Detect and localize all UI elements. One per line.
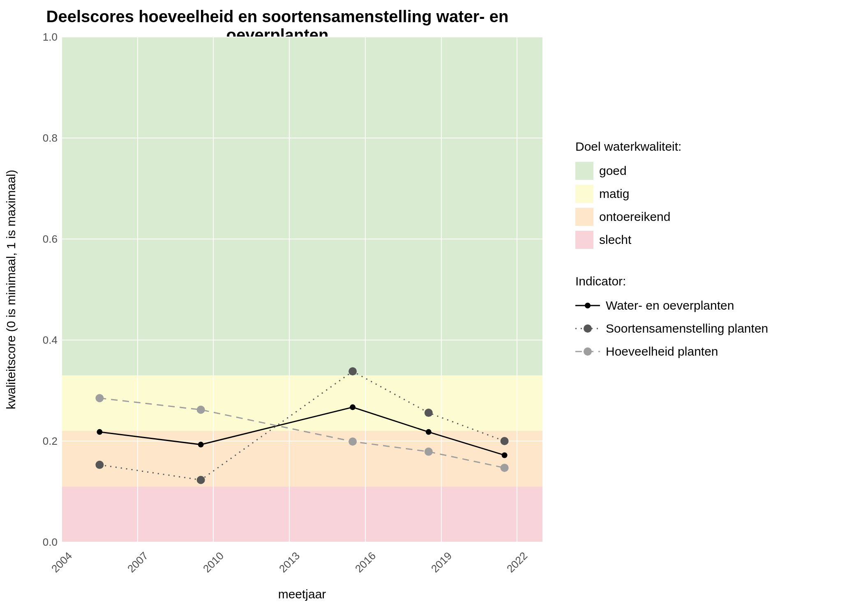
series-point xyxy=(502,452,508,458)
y-axis-title: kwaliteitscore (0 is minimaal, 1 is maxi… xyxy=(4,170,18,409)
series-point xyxy=(501,437,509,445)
legend-series-row: Water- en oeverplanten xyxy=(575,297,842,315)
legend-bands-items: goedmatigontoereikendslecht xyxy=(575,162,842,249)
legend-series-items: Water- en oeverplantenSoortensamenstelli… xyxy=(575,297,842,361)
legend-band-row: slecht xyxy=(575,231,842,249)
y-tick-label: 1.0 xyxy=(25,31,58,44)
y-tick-label: 0.6 xyxy=(25,233,58,246)
legend-bands-title: Doel waterkwaliteit: xyxy=(575,140,842,154)
legend-line-sample xyxy=(575,342,600,361)
svg-point-1 xyxy=(585,303,591,308)
series-point xyxy=(197,406,205,414)
series-point xyxy=(95,461,104,469)
legend-swatch xyxy=(575,208,593,226)
series-line xyxy=(99,407,504,455)
y-tick-label: 0.4 xyxy=(25,334,58,347)
legend-swatch xyxy=(575,231,593,249)
x-tick-label: 2013 xyxy=(270,549,302,582)
svg-point-3 xyxy=(584,324,592,333)
legend-band-row: goed xyxy=(575,162,842,180)
legend-series-label: Hoeveelheid planten xyxy=(606,345,718,359)
legend-band-row: ontoereikend xyxy=(575,208,842,226)
x-tick-label: 2016 xyxy=(346,549,378,582)
legend-indicator-title: Indicator: xyxy=(575,274,842,288)
series-point xyxy=(97,429,102,435)
chart-root: Deelscores hoeveelheid en soortensamenst… xyxy=(0,0,863,616)
legend-band-label: matig xyxy=(599,187,629,201)
legend-series-row: Hoeveelheid planten xyxy=(575,342,842,361)
series-point xyxy=(198,442,204,448)
x-axis-title: meetjaar xyxy=(62,587,542,601)
series-point xyxy=(426,429,432,435)
legend-series-label: Water- en oeverplanten xyxy=(606,299,734,313)
legend: Doel waterkwaliteit: goedmatigontoereike… xyxy=(575,140,842,365)
y-tick-label: 0.2 xyxy=(25,435,58,448)
legend-line-sample xyxy=(575,297,600,315)
x-tick-label: 2019 xyxy=(422,549,454,582)
y-tick-label: 0.8 xyxy=(25,132,58,145)
legend-series-row: Soortensamenstelling planten xyxy=(575,319,842,338)
x-tick-label: 2022 xyxy=(498,549,530,582)
x-tick-label: 2004 xyxy=(42,549,74,582)
svg-point-5 xyxy=(584,347,592,356)
legend-band-label: goed xyxy=(599,164,627,178)
series-line xyxy=(99,398,504,468)
legend-band-label: ontoereikend xyxy=(599,210,670,224)
series-point xyxy=(501,464,509,472)
series-line xyxy=(99,371,504,480)
x-tick-label: 2010 xyxy=(194,549,226,582)
legend-swatch xyxy=(575,185,593,203)
series-point xyxy=(197,476,205,484)
plot-svg xyxy=(62,37,542,542)
legend-series-label: Soortensamenstelling planten xyxy=(606,322,768,336)
x-tick-label: 2007 xyxy=(118,549,150,582)
legend-band-label: slecht xyxy=(599,233,631,247)
series-point xyxy=(95,394,104,402)
series-point xyxy=(425,448,433,456)
y-tick-label: 0.0 xyxy=(25,536,58,549)
series-point xyxy=(348,367,357,375)
legend-band-row: matig xyxy=(575,185,842,203)
series-point xyxy=(350,405,355,410)
series-point xyxy=(425,409,433,417)
plot-panel xyxy=(62,37,542,542)
series-point xyxy=(348,437,357,446)
legend-swatch xyxy=(575,162,593,180)
legend-line-sample xyxy=(575,319,600,338)
